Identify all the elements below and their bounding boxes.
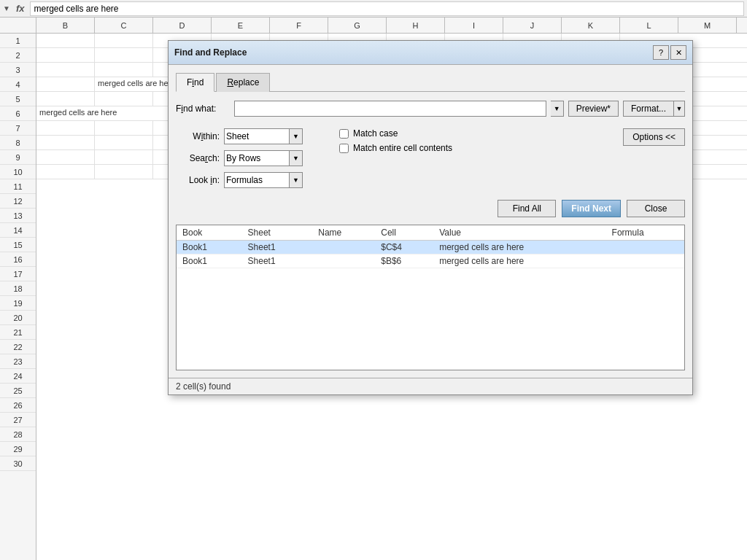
- search-select[interactable]: By Rows By Columns: [224, 150, 290, 166]
- match-case-row: Match case: [339, 128, 452, 139]
- col-formula: Formula: [606, 225, 684, 241]
- find-replace-dialog: Find and Replace ? ✕ Find Replace Find w…: [168, 40, 693, 395]
- col-value: Value: [433, 225, 605, 241]
- dialog-help-button[interactable]: ?: [653, 45, 669, 60]
- lookin-select[interactable]: Formulas Values Comments: [224, 172, 290, 188]
- result-formula-1: [606, 241, 684, 254]
- result-value-2: merged cells are here: [433, 254, 605, 268]
- options-btn-right: Options <<: [623, 128, 685, 146]
- within-select-wrapper: Sheet Workbook ▼: [224, 128, 303, 144]
- find-what-row: Find what: ▼ Preview* Format... ▼: [176, 101, 685, 117]
- result-formula-2: [606, 254, 684, 268]
- dialog-tabs: Find Replace: [176, 72, 685, 92]
- result-book-2: Book1: [177, 254, 242, 268]
- match-case-label[interactable]: Match case: [353, 128, 398, 139]
- options-left: Within: Sheet Workbook ▼ Search:: [176, 128, 303, 188]
- format-button-wrapper: Format... ▼: [623, 101, 685, 117]
- match-entire-checkbox[interactable]: [339, 144, 349, 153]
- results-table: Book Sheet Name Cell Value Formula Book1…: [177, 225, 684, 268]
- dialog-title: Find and Replace: [174, 47, 247, 58]
- dialog-overlay: Find and Replace ? ✕ Find Replace Find w…: [0, 0, 747, 560]
- within-row: Within: Sheet Workbook ▼: [176, 128, 303, 144]
- result-row-1[interactable]: Book1Sheet1$C$4merged cells are here: [177, 241, 684, 254]
- within-label: Within:: [176, 131, 220, 141]
- close-dialog-button[interactable]: Close: [627, 200, 685, 217]
- options-button[interactable]: Options <<: [623, 128, 685, 146]
- results-container[interactable]: Book Sheet Name Cell Value Formula Book1…: [176, 225, 685, 370]
- result-sheet-1: Sheet1: [242, 241, 313, 254]
- result-book-1: Book1: [177, 241, 242, 254]
- options-row: Within: Sheet Workbook ▼ Search:: [176, 128, 685, 188]
- search-dropdown-icon: ▼: [290, 150, 303, 166]
- dialog-statusbar: 2 cell(s) found: [169, 378, 692, 394]
- tab-replace[interactable]: Replace: [216, 73, 270, 92]
- match-case-checkbox[interactable]: [339, 129, 349, 139]
- result-name-1: [312, 241, 375, 254]
- result-sheet-2: Sheet1: [242, 254, 313, 268]
- col-sheet: Sheet: [242, 225, 313, 241]
- find-input-dropdown[interactable]: ▼: [551, 101, 564, 117]
- tab-find[interactable]: Find: [176, 73, 214, 92]
- result-value-1: merged cells are here: [433, 241, 605, 254]
- search-select-wrapper: By Rows By Columns ▼: [224, 150, 303, 166]
- match-entire-label[interactable]: Match entire cell contents: [353, 143, 452, 153]
- format-button[interactable]: Format...: [623, 101, 673, 117]
- results-header-row: Book Sheet Name Cell Value Formula: [177, 225, 684, 241]
- search-row: Search: By Rows By Columns ▼: [176, 150, 303, 166]
- lookin-row: Look in: Formulas Values Comments ▼: [176, 172, 303, 188]
- action-buttons: Find All Find Next Close: [176, 200, 685, 217]
- col-name: Name: [312, 225, 375, 241]
- tab-find-label: Find: [187, 77, 204, 88]
- checkboxes: Match case Match entire cell contents: [339, 128, 452, 153]
- find-all-button[interactable]: Find All: [498, 200, 556, 217]
- status-text: 2 cell(s) found: [176, 381, 231, 392]
- search-label: Search:: [176, 153, 220, 163]
- result-cell-2: $B$6: [375, 254, 433, 268]
- result-cell-1: $C$4: [375, 241, 433, 254]
- dialog-body: Find Replace Find what: ▼ Preview* Forma…: [169, 65, 692, 378]
- result-row-2[interactable]: Book1Sheet1$B$6merged cells are here: [177, 254, 684, 268]
- dialog-titlebar: Find and Replace ? ✕: [169, 41, 692, 65]
- col-book: Book: [177, 225, 242, 241]
- within-dropdown-icon: ▼: [290, 128, 303, 144]
- lookin-label: Look in:: [176, 175, 220, 185]
- within-select[interactable]: Sheet Workbook: [224, 128, 290, 144]
- match-entire-row: Match entire cell contents: [339, 143, 452, 153]
- dialog-close-button[interactable]: ✕: [670, 45, 686, 60]
- find-what-input[interactable]: [234, 101, 546, 117]
- find-what-label: Find what:: [176, 104, 234, 114]
- dialog-controls: ? ✕: [653, 45, 686, 60]
- result-name-2: [312, 254, 375, 268]
- col-cell: Cell: [375, 225, 433, 241]
- find-input-wrapper: ▼ Preview* Format... ▼: [234, 101, 685, 117]
- lookin-dropdown-icon: ▼: [290, 172, 303, 188]
- lookin-select-wrapper: Formulas Values Comments ▼: [224, 172, 303, 188]
- preview-button[interactable]: Preview*: [568, 101, 619, 117]
- tab-replace-label: Replace: [227, 77, 259, 88]
- find-next-button[interactable]: Find Next: [562, 200, 621, 217]
- format-dropdown-button[interactable]: ▼: [673, 101, 685, 117]
